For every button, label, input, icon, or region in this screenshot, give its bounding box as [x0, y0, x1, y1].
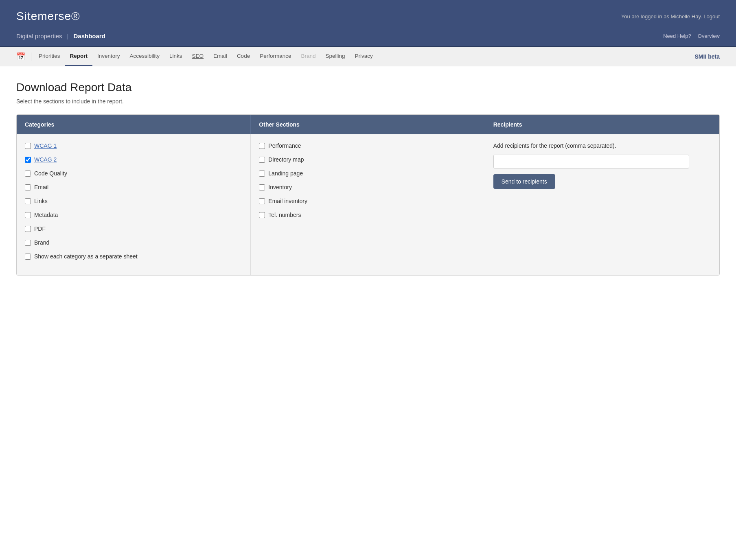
sub-header: Digital properties | Dashboard Need Help…: [0, 33, 736, 47]
section-directory-map: Directory map: [259, 156, 476, 163]
checkbox-inventory[interactable]: [259, 184, 265, 190]
checkbox-directory-map[interactable]: [259, 157, 265, 163]
logo: Sitemerse®: [16, 10, 80, 23]
overview-link[interactable]: Overview: [698, 33, 720, 39]
label-tel-numbers[interactable]: Tel. numbers: [268, 212, 301, 218]
nav-item-seo[interactable]: SEO: [187, 47, 209, 66]
section-inventory: Inventory: [259, 184, 476, 190]
checkbox-performance[interactable]: [259, 143, 265, 149]
user-text: You are logged in as Michelle Hay.: [621, 13, 702, 20]
send-to-recipients-button[interactable]: Send to recipients: [493, 174, 555, 189]
calendar-icon: 📅: [16, 52, 25, 61]
checkbox-code-quality[interactable]: [25, 171, 31, 177]
other-sections-column: Performance Directory map Landing page I…: [251, 134, 485, 275]
nav-item-code[interactable]: Code: [232, 47, 255, 66]
main-content: Download Report Data Select the sections…: [0, 66, 736, 290]
nav-item-brand[interactable]: Brand: [296, 47, 320, 66]
nav-item-performance[interactable]: Performance: [255, 47, 296, 66]
top-bar-right: You are logged in as Michelle Hay. Logou…: [621, 13, 720, 20]
category-brand: Brand: [25, 239, 242, 246]
label-email-inventory[interactable]: Email inventory: [268, 198, 307, 204]
label-directory-map[interactable]: Directory map: [268, 156, 304, 163]
label-brand[interactable]: Brand: [34, 239, 49, 246]
recipients-column: Add recipients for the report (comma sep…: [485, 134, 719, 275]
category-email: Email: [25, 184, 242, 190]
checkbox-metadata[interactable]: [25, 212, 31, 218]
table-header: Categories Other Sections Recipients: [17, 115, 719, 134]
label-show-each[interactable]: Show each category as a separate sheet: [34, 253, 138, 260]
categories-column: WCAG 1 WCAG 2 Code Quality Email Links: [17, 134, 251, 275]
checkbox-tel-numbers[interactable]: [259, 212, 265, 218]
nav-item-email[interactable]: Email: [208, 47, 232, 66]
recipients-input[interactable]: [493, 155, 690, 168]
label-email[interactable]: Email: [34, 184, 48, 190]
nav-bar: 📅 Priorities Report Inventory Accessibil…: [0, 47, 736, 66]
header-recipients: Recipients: [485, 115, 719, 134]
category-wcag2: WCAG 2: [25, 156, 242, 163]
label-wcag2[interactable]: WCAG 2: [34, 156, 57, 163]
nav-item-inventory[interactable]: Inventory: [92, 47, 125, 66]
nav-item-report[interactable]: Report: [65, 47, 93, 66]
category-code-quality: Code Quality: [25, 170, 242, 177]
page-title: Download Report Data: [16, 81, 720, 94]
label-wcag1[interactable]: WCAG 1: [34, 142, 57, 149]
logout-link[interactable]: Logout: [703, 13, 720, 20]
nav-item-spelling[interactable]: Spelling: [320, 47, 350, 66]
checkbox-pdf[interactable]: [25, 226, 31, 232]
nav-item-priorities[interactable]: Priorities: [34, 47, 65, 66]
sub-header-left: Digital properties | Dashboard: [16, 33, 105, 39]
checkbox-landing-page[interactable]: [259, 171, 265, 177]
nav-separator: [31, 52, 31, 61]
section-email-inventory: Email inventory: [259, 198, 476, 204]
header-categories: Categories: [17, 115, 251, 134]
label-links[interactable]: Links: [34, 198, 48, 204]
label-pdf[interactable]: PDF: [34, 225, 46, 232]
nav-badge: SMII beta: [695, 48, 720, 66]
section-landing-page: Landing page: [259, 170, 476, 177]
checkbox-email-inventory[interactable]: [259, 198, 265, 204]
section-performance: Performance: [259, 142, 476, 149]
checkbox-brand[interactable]: [25, 240, 31, 246]
nav-item-links[interactable]: Links: [164, 47, 187, 66]
checkbox-email[interactable]: [25, 184, 31, 190]
top-bar: Sitemerse® You are logged in as Michelle…: [0, 0, 736, 33]
label-landing-page[interactable]: Landing page: [268, 170, 303, 177]
label-inventory[interactable]: Inventory: [268, 184, 292, 190]
label-performance[interactable]: Performance: [268, 142, 301, 149]
report-table: Categories Other Sections Recipients WCA…: [16, 114, 720, 276]
category-show-each: Show each category as a separate sheet: [25, 253, 242, 260]
header-divider: |: [67, 33, 69, 39]
checkbox-wcag2[interactable]: [25, 157, 31, 163]
label-code-quality[interactable]: Code Quality: [34, 170, 67, 177]
dashboard-link[interactable]: Dashboard: [73, 33, 105, 39]
nav-item-privacy[interactable]: Privacy: [350, 47, 378, 66]
digital-properties-link[interactable]: Digital properties: [16, 33, 62, 39]
checkbox-links[interactable]: [25, 198, 31, 204]
nav-item-accessibility[interactable]: Accessibility: [125, 47, 165, 66]
header-other-sections: Other Sections: [251, 115, 485, 134]
label-metadata[interactable]: Metadata: [34, 212, 58, 218]
category-wcag1: WCAG 1: [25, 142, 242, 149]
checkbox-show-each[interactable]: [25, 254, 31, 260]
need-help-link[interactable]: Need Help?: [663, 33, 691, 39]
category-pdf: PDF: [25, 225, 242, 232]
sub-header-right: Need Help? Overview: [663, 33, 720, 39]
section-tel-numbers: Tel. numbers: [259, 212, 476, 218]
recipients-description: Add recipients for the report (comma sep…: [493, 142, 711, 149]
checkbox-wcag1[interactable]: [25, 143, 31, 149]
table-body: WCAG 1 WCAG 2 Code Quality Email Links: [17, 134, 719, 275]
category-metadata: Metadata: [25, 212, 242, 218]
category-links: Links: [25, 198, 242, 204]
page-subtitle: Select the sections to include in the re…: [16, 98, 720, 105]
